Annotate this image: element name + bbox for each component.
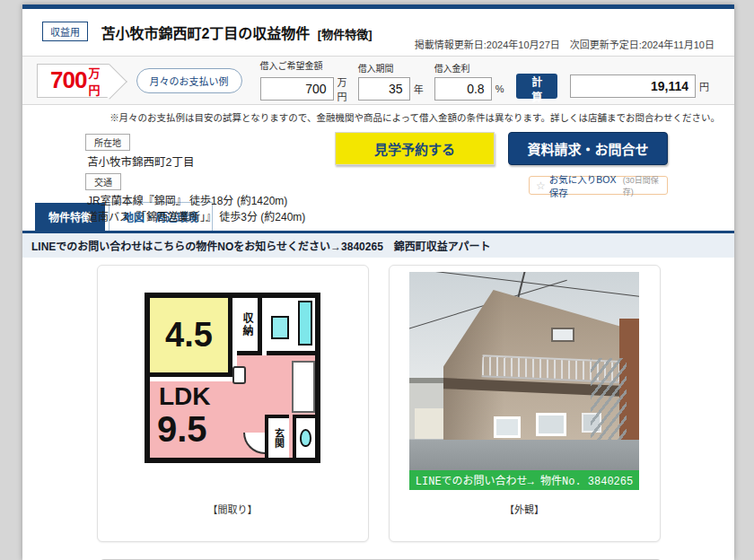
page-title-text: 苫小牧市錦西町2丁目の収益物件 — [101, 26, 310, 41]
loan-result-group: 円 — [570, 74, 709, 98]
floorplan-toilet — [300, 429, 311, 447]
image-gallery: 4.5 収納 LDK 9.5 玄関 【間取り】 — [22, 258, 734, 542]
floorplan-kitchen-counter — [292, 361, 315, 413]
loan-period-label: 借入期間 — [358, 61, 424, 74]
category-badge: 収益用 — [42, 22, 88, 41]
loan-rate-group: 借入金利 % — [434, 61, 504, 101]
lower-window — [494, 416, 521, 438]
loan-result-unit: 円 — [699, 79, 709, 93]
star-icon: ☆ — [536, 179, 546, 192]
access-badge: 交通 — [85, 173, 121, 190]
loan-rate-label: 借入金利 — [434, 61, 504, 74]
floorplan-bathroom — [267, 298, 315, 355]
property-page: 収益用 苫小牧市錦西町2丁目の収益物件 [物件特徴] 掲載情報更新日:2024年… — [22, 4, 734, 560]
access-line-2: 道南バス『「錦西営業所」』 徒歩3分 (約240m) — [87, 208, 734, 223]
floorplan-closet: 収納 — [237, 298, 262, 355]
floorplan-entrance: 玄関 — [265, 415, 289, 458]
payment-disclaimer: ※月々のお支払例は目安の試算となりますので、金融機関や商品によって借入金額の条件… — [22, 105, 734, 126]
floorplan-caption: 【間取り】 — [98, 502, 368, 516]
location-section: 所在地 苫小牧市錦西町2丁目 交通 JR室蘭本線『錦岡』 徒歩18分 (約142… — [22, 126, 734, 205]
price-value: 700 — [50, 66, 86, 94]
loan-period-group: 借入期間 年 — [358, 61, 424, 101]
page-title: 苫小牧市錦西町2丁目の収益物件 [物件特徴] — [101, 26, 372, 41]
floorplan-room-4-5: 4.5 — [150, 298, 232, 377]
loan-period-input[interactable] — [358, 77, 410, 101]
calculate-button[interactable]: 計算 — [516, 74, 557, 99]
exterior-caption: 【外観】 — [390, 502, 660, 516]
loan-rate-unit: % — [495, 83, 504, 94]
loan-result-input[interactable] — [570, 74, 696, 98]
loan-amount-group: 借入ご希望金額 万円 — [260, 58, 347, 103]
visit-reserve-button[interactable]: 見学予約する — [335, 132, 495, 165]
floorplan-toilet-room — [293, 415, 315, 458]
favorite-note: (30日間保存) — [623, 174, 661, 197]
power-line — [419, 272, 639, 297]
floorplan-shower — [271, 316, 289, 339]
page-header: 収益用 苫小牧市錦西町2丁目の収益物件 [物件特徴] 掲載情報更新日:2024年… — [22, 9, 734, 57]
floorplan-bathtub — [298, 301, 312, 346]
loan-rate-input[interactable] — [434, 77, 492, 101]
floorplan-ldk-label: LDK — [159, 384, 211, 409]
line-photo-banner: LINEでのお問い合わせ→ 物件No. 3840265 — [409, 470, 639, 490]
lower-window — [536, 413, 566, 436]
update-info: 掲載情報更新日:2024年10月27日 次回更新予定日:2024年11月10日 — [415, 37, 715, 51]
price-unit: 万円 — [88, 64, 105, 98]
loan-amount-label: 借入ご希望金額 — [260, 58, 347, 72]
floorplan-ldk-size: 9.5 — [157, 411, 207, 447]
contact-request-button[interactable]: 資料請求・お問合せ — [508, 132, 668, 165]
floorplan-image[interactable]: 4.5 収納 LDK 9.5 玄関 — [145, 293, 320, 463]
road — [409, 440, 639, 470]
monthly-payment-pill: 月々のお支払い例 — [136, 68, 242, 93]
floorplan-sink — [232, 366, 246, 384]
upper-window — [551, 328, 574, 342]
price-ribbon: 700 万円 — [37, 64, 110, 98]
favorite-label: お気に入りBOX保存 — [549, 172, 619, 199]
page-title-suffix: [物件特徴] — [318, 28, 373, 41]
exterior-photo[interactable]: LINEでのお問い合わせ→ 物件No. 3840265 — [409, 272, 639, 490]
favorite-box-button[interactable]: ☆ お気に入りBOX保存 (30日間保存) — [529, 176, 668, 195]
loan-amount-unit: 万円 — [338, 74, 347, 103]
line-contact-bar: LINEでのお問い合わせはこちらの物件NOをお知らせください→3840265 錦… — [22, 233, 734, 258]
loan-period-unit: 年 — [414, 82, 424, 96]
floorplan-card: 4.5 収納 LDK 9.5 玄関 【間取り】 — [97, 265, 369, 542]
address-badge: 所在地 — [85, 134, 130, 151]
exterior-card: LINEでのお問い合わせ→ 物件No. 3840265 【外観】 — [389, 265, 661, 542]
loan-simulation-bar: 700 万円 月々のお支払い例 借入ご希望金額 万円 借入期間 年 借入金利 % — [22, 57, 734, 105]
loan-amount-input[interactable] — [260, 77, 334, 101]
